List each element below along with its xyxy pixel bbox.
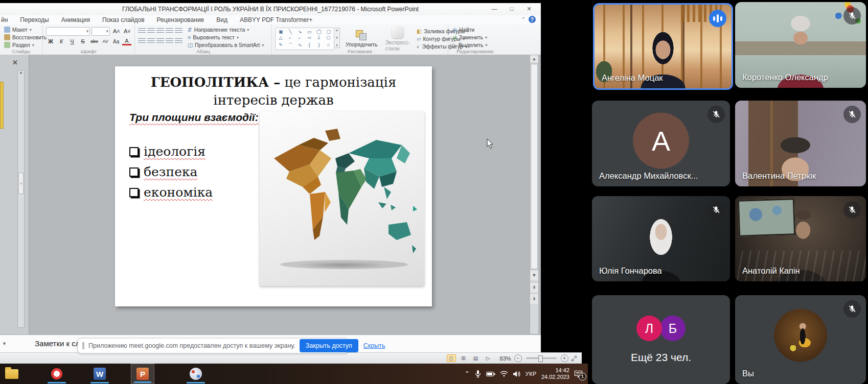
tab-slideshow[interactable]: Показ слайдов [96, 16, 151, 23]
shapes-scrollbar[interactable]: ▲▼▼ [334, 28, 340, 48]
clock[interactable]: 14:42 24.02.2023 [541, 367, 569, 380]
zoom-slider[interactable] [526, 357, 557, 359]
file-explorer-button[interactable] [0, 364, 24, 384]
tab-transitions[interactable]: Переходы [14, 16, 55, 23]
participant-tile[interactable]: Коротенко Олександр [735, 2, 866, 88]
font-color-button[interactable]: A [122, 38, 131, 45]
underline-button[interactable]: Ч [67, 38, 77, 44]
smartart-button[interactable]: ◫Преобразовать в SmartArt▾ [187, 41, 265, 49]
line-spacing-icon[interactable] [175, 28, 182, 34]
tab-view[interactable]: Вид [210, 16, 234, 23]
decrease-indent-icon[interactable] [156, 28, 164, 34]
font-size-combo[interactable]: ▾ [92, 27, 110, 36]
font-name-combo[interactable]: ▾ [46, 27, 90, 36]
tray-date: 24.02.2023 [541, 374, 569, 380]
tab-abbyy[interactable]: ABBYY PDF Transformer+ [234, 16, 318, 23]
drag-handle-icon[interactable] [82, 342, 84, 349]
speaker-icon[interactable] [513, 371, 521, 377]
bullets-icon[interactable] [138, 28, 146, 34]
participant-tile[interactable]: Анатолій Капін [735, 196, 866, 281]
normal-view-button[interactable]: ◫ [447, 354, 456, 362]
tab-animation[interactable]: Анимация [55, 16, 96, 23]
scrollbar-thumb[interactable] [531, 64, 538, 269]
tab-review[interactable]: Рецензирование [151, 16, 211, 23]
zoom-out-button[interactable]: − [514, 354, 522, 362]
maximize-button[interactable]: □ [504, 4, 519, 13]
align-text-button[interactable]: ≡Выровнять текст▾ [187, 34, 265, 41]
select-button[interactable]: ▷Выделить▾ [451, 41, 499, 49]
opera-button[interactable] [45, 364, 68, 384]
bullet-item: економіка [129, 185, 213, 200]
participant-tile[interactable]: Валентина Петрюк [735, 101, 866, 186]
align-right-icon[interactable] [156, 38, 164, 44]
align-center-icon[interactable] [147, 38, 155, 44]
collapse-ribbon-icon[interactable]: ⌃ [521, 16, 526, 22]
increase-indent-icon[interactable] [166, 28, 173, 34]
self-view-tile[interactable]: Вы [735, 295, 866, 384]
zoom-in-button[interactable]: + [561, 354, 568, 362]
slides-panel-scrollbar[interactable]: ▲ ≡ [17, 70, 25, 328]
battery-icon[interactable] [486, 371, 495, 377]
slide-scrollbar[interactable]: ▲ ▼ ⇞ ⇟ [530, 55, 539, 334]
wifi-icon[interactable] [500, 371, 508, 377]
change-case-button[interactable]: Aa [111, 39, 121, 44]
reading-view-button[interactable]: ▤ [471, 354, 481, 362]
slide-thumbnail-partial[interactable] [0, 82, 4, 129]
arrange-button[interactable]: Упорядочить [344, 30, 379, 47]
find-button[interactable]: ◎Найти [451, 26, 499, 33]
align-left-icon[interactable] [138, 38, 146, 44]
reset-button[interactable]: Восстановить [3, 34, 39, 41]
layout-button[interactable]: Макет▾ [3, 26, 39, 33]
shapes-gallery[interactable]: ▣╲↘▭◯▢ △⌐⌐⇨⇩⬡ ✎⌒∿{}☆ ▲▼▼ [275, 28, 340, 50]
stop-sharing-button[interactable]: Закрыть доступ [300, 339, 358, 352]
scroll-down-icon[interactable]: ▼ [530, 270, 538, 280]
word-button[interactable]: W [88, 364, 111, 384]
minimize-button[interactable]: — [487, 4, 502, 13]
participant-tile[interactable]: А Александр Михайловск... [592, 101, 730, 186]
scroll-up-icon[interactable]: ▲ [18, 70, 24, 74]
powerpoint-button[interactable]: P [131, 364, 154, 384]
collapse-notes-icon[interactable]: ▼ [2, 341, 7, 346]
italic-button[interactable]: К [57, 38, 66, 44]
shadow-button[interactable]: abe [89, 39, 99, 44]
mic-muted-icon [707, 106, 725, 123]
slideshow-button[interactable]: ▷ [484, 354, 493, 362]
strikethrough-button[interactable]: S [78, 38, 87, 44]
section-button[interactable]: Раздел▾ [3, 41, 39, 49]
replace-button[interactable]: ⇄Заменить▾ [451, 34, 499, 41]
shapes-grid[interactable]: ▣╲↘▭◯▢ △⌐⌐⇨⇩⬡ ✎⌒∿{}☆ [275, 28, 334, 50]
bold-button[interactable]: Ж [46, 38, 55, 44]
slide-sorter-button[interactable]: ⊞ [459, 354, 468, 362]
close-button[interactable]: ✕ [521, 4, 537, 13]
char-spacing-button[interactable]: AV [101, 39, 110, 44]
previous-slide-button[interactable]: ⇞ [530, 282, 538, 293]
participant-tile[interactable]: Ангеліна Моцак [593, 3, 733, 90]
notification-center-button[interactable]: 1 [574, 370, 583, 378]
scrollbar-thumb[interactable]: ≡ [18, 173, 24, 194]
overflow-participants-tile[interactable]: Л Б Ещё 23 чел. [592, 295, 730, 384]
microphone-icon[interactable] [474, 370, 482, 378]
help-icon[interactable]: ? [529, 16, 536, 23]
opera-icon [51, 368, 62, 379]
paint-button[interactable] [184, 364, 208, 384]
next-slide-button[interactable]: ⇟ [530, 293, 538, 304]
hide-banner-link[interactable]: Скрыть [363, 342, 385, 349]
tray-expand-icon[interactable]: ⌃ [465, 370, 470, 377]
columns-icon[interactable] [175, 38, 182, 44]
justify-icon[interactable] [166, 38, 173, 44]
grow-font-button[interactable]: A˄ [111, 28, 121, 34]
powerpoint-title-bar: ГЛОБАЛЬНІ ТРАНСФОРМАЦІЇ І РОЛЬ УКРАЇНИ В… [0, 3, 541, 16]
shrink-font-button[interactable]: A˅ [122, 28, 131, 34]
quick-styles-button[interactable]: Экспресс-стили [383, 26, 412, 52]
language-indicator[interactable]: УКР [526, 371, 537, 377]
participant-tile[interactable]: Юлія Гончарова [592, 196, 730, 281]
zoom-slider-thumb[interactable] [538, 355, 543, 362]
scroll-up-icon[interactable]: ▲ [530, 55, 538, 63]
fit-to-window-icon[interactable]: ⤢ [572, 354, 577, 363]
editing-group-label: Редактирование [448, 49, 502, 54]
numbering-icon[interactable] [147, 28, 155, 34]
text-direction-button[interactable]: ⇵Направление текста▾ [187, 26, 265, 33]
slide-canvas[interactable]: ГЕОПОЛІТИКА – це гармонізація інтересів … [115, 66, 432, 306]
tab-design-partial[interactable]: йн [0, 16, 14, 23]
close-slides-panel-icon[interactable]: ✕ [12, 59, 18, 66]
